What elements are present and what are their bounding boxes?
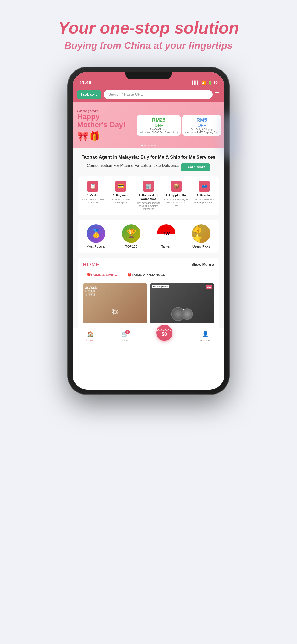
step-4: 📦 4. Shipping Fee Consolidate and pay fo… — [164, 181, 188, 207]
home-nav-icon: 🏠 — [87, 331, 94, 338]
step-3: 🏢 3. Forwarding Warehouse Wait for your … — [136, 181, 161, 210]
step-1: 📋 1. Order Add to cart and create your o… — [80, 181, 105, 204]
taiwan-icon: TW — [157, 224, 176, 243]
show-more-button[interactable]: Show More » — [191, 262, 214, 267]
step-5-name: 5. Receive — [197, 194, 212, 197]
tab-home-appliances[interactable]: ❤️HOME APPLIANCES — [124, 271, 169, 279]
banner-dot-2 — [144, 145, 146, 146]
taobao-selector[interactable]: Taobao ⌄ — [77, 90, 101, 99]
step-4-desc: Consolidate and pay for international sh… — [164, 198, 188, 207]
most-popular-label: Most Popular — [86, 244, 106, 248]
nav-account[interactable]: 👤 Account — [200, 331, 211, 342]
step-3-name: 3. Forwarding Warehouse — [136, 194, 161, 200]
step-4-name: 4. Shipping Fee — [165, 194, 188, 197]
step-5: 📫 5. Receive Sit back, relax and receive… — [192, 181, 216, 204]
banner-honoring-text: Honoring Moms: — [77, 109, 129, 113]
most-popular-icon: 🥇 — [87, 224, 105, 243]
banner-left: Honoring Moms: Happy Mother's Day! 🎀🎁 — [72, 104, 133, 146]
tab-home-living[interactable]: ❤️HOME & LIVING — [83, 271, 121, 280]
banner-dot-5 — [154, 145, 156, 146]
users-picks-label: Users' Picks — [192, 244, 210, 248]
cashback-button[interactable]: CASHBACK 50 — [156, 325, 172, 341]
sub-headline: Buying from China at your fingertips — [58, 40, 239, 51]
category-users-picks[interactable]: 👍⭐ Users' Picks — [192, 224, 210, 248]
categories-row: 🥇 Most Popular 🏆 TOP100 TW Taiwan — [78, 220, 219, 253]
taobao-label: Taobao — [80, 92, 94, 97]
users-picks-icon: 👍⭐ — [192, 224, 210, 243]
home-header: HOME Show More » — [83, 262, 214, 268]
steps-row: 📋 1. Order Add to cart and create your o… — [78, 176, 219, 215]
cart-badge: 1 — [125, 330, 130, 334]
discount2-amount: RM5 — [185, 117, 218, 123]
phone-screen: 11:48 ▌▌▌ 📶 🔋 90 Taobao ⌄ Search / Paste… — [72, 72, 224, 390]
account-nav-label: Account — [200, 338, 211, 342]
status-time: 11:48 — [80, 80, 91, 85]
tab-divider: | — [122, 271, 123, 279]
step-3-desc: Wait for your parcels to arrive at forwa… — [136, 202, 161, 210]
learn-more-button[interactable]: Learn More — [181, 163, 210, 171]
search-input[interactable]: Search / Paste URL — [104, 90, 212, 99]
product-grid: 活水拉丝 丝质更纯 韧度更强 春秋 cateringvalue — [83, 283, 214, 328]
wifi-icon: 📶 — [202, 80, 206, 85]
category-top100[interactable]: 🏆 TOP100 — [122, 224, 140, 248]
discount1-off: OFF — [140, 123, 178, 128]
step-2-name: 2. Payment — [113, 194, 129, 197]
top100-icon: 🏆 — [122, 224, 140, 243]
step-5-icon: 📫 — [199, 181, 210, 192]
category-most-popular[interactable]: 🥇 Most Popular — [86, 224, 106, 248]
home-section-label: HOME — [83, 262, 100, 268]
phone-mockup: 11:48 ▌▌▌ 📶 🔋 90 Taobao ⌄ Search / Paste… — [68, 67, 229, 394]
phone-notch — [126, 72, 172, 79]
discount-box-1: RM25 OFF Buy-For-Me Item (min spend RM50… — [137, 115, 180, 136]
step-2-icon: 💳 — [115, 181, 126, 192]
step-2-desc: Pay ONLY for the product price — [108, 198, 133, 204]
banner-mascots: 🎀🎁 — [77, 130, 129, 142]
section-subtitle: Compensation For Missing Parcels or Late… — [87, 163, 179, 168]
step-4-icon: 📦 — [171, 181, 182, 192]
discount1-sub: (min spend RM500 Buy-For-Me Item) — [140, 131, 178, 134]
status-icons: ▌▌▌ 📶 🔋 90 — [192, 80, 218, 85]
content-area: Taobao Agent in Malaysia: Buy for Me & S… — [72, 148, 224, 328]
product-card-2[interactable]: cateringvalue 316 德国品质 — [150, 283, 214, 324]
discount1-label: Buy-For-Me Item — [140, 128, 178, 131]
signal-icon: ▌▌▌ — [192, 80, 200, 85]
banner-dot-1 — [141, 145, 143, 146]
nav-home[interactable]: 🏠 Home — [86, 331, 94, 342]
account-nav-icon: 👤 — [202, 331, 209, 338]
subtitle-row: Compensation For Missing Parcels or Late… — [78, 163, 219, 172]
promo-banner[interactable]: Honoring Moms: Happy Mother's Day! 🎀🎁 RM… — [72, 102, 224, 148]
banner-happy-text: Happy Mother's Day! — [77, 113, 129, 129]
menu-icon[interactable]: ☰ — [215, 91, 220, 98]
banner-dots — [141, 145, 156, 146]
banner-right: RM25 OFF Buy-For-Me Item (min spend RM50… — [133, 113, 224, 138]
phone-shell: 11:48 ▌▌▌ 📶 🔋 90 Taobao ⌄ Search / Paste… — [68, 67, 229, 394]
product-2-pans — [171, 307, 193, 321]
step-3-icon: 🏢 — [143, 181, 154, 192]
product-2-num: 316 — [206, 285, 212, 288]
product-card-1[interactable]: 活水拉丝 丝质更纯 韧度更强 春秋 — [83, 283, 147, 324]
nav-cashback[interactable]: CASHBACK 50 — [156, 332, 172, 341]
search-bar: Taobao ⌄ Search / Paste URL ☰ — [72, 88, 224, 102]
discount2-sub: (min spend RM50 Shipping Fee) — [185, 131, 218, 134]
banner-dot-4 — [151, 145, 153, 146]
step-5-desc: Sit back, relax and receive your orders! — [192, 198, 216, 204]
section-title: Taobao Agent in Malaysia: Buy for Me & S… — [78, 154, 219, 160]
step-1-desc: Add to cart and create your order — [80, 198, 105, 204]
main-headline: Your one-stop solution — [58, 18, 239, 37]
step-1-icon: 📋 — [87, 181, 98, 192]
bottom-nav: 🏠 Home 🛒 Cart 1 CASHBACK 50 👤 Account — [72, 328, 224, 346]
top100-label: TOP100 — [125, 244, 137, 248]
nav-cart[interactable]: 🛒 Cart 1 — [122, 331, 129, 342]
discount1-amount: RM25 — [140, 117, 178, 123]
headline-section: Your one-stop solution Buying from China… — [58, 18, 239, 51]
product-1-desc: 活水拉丝 丝质更纯 韧度更强 — [85, 286, 97, 297]
taiwan-label: Taiwan — [161, 244, 171, 248]
product-image-1: 活水拉丝 丝质更纯 韧度更强 春秋 — [83, 283, 147, 324]
cashback-amount: 50 — [162, 332, 167, 337]
battery-icon: 🔋 90 — [208, 80, 218, 85]
chevron-down-icon: ⌄ — [95, 92, 98, 97]
product-image-2: cateringvalue 316 德国品质 — [150, 283, 214, 324]
category-taiwan[interactable]: TW Taiwan — [157, 224, 176, 248]
step-1-name: 1. Order — [87, 194, 98, 197]
discount2-label: Sea Freight Shipping — [185, 128, 218, 131]
